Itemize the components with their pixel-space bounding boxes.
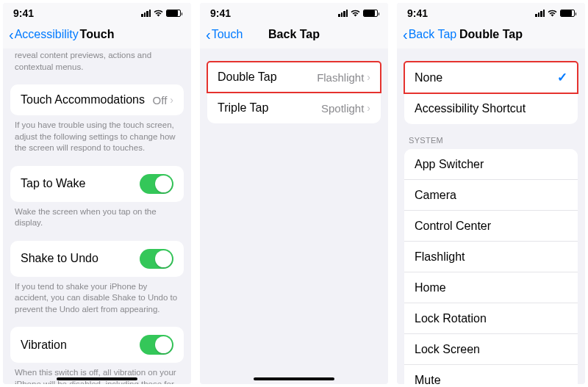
nav-bar: ‹ Accessibility Touch <box>3 21 191 48</box>
back-label: Back Tap <box>409 28 457 41</box>
cell-value: Spotlight› <box>321 102 370 115</box>
wifi-icon <box>350 8 361 19</box>
triple-tap-cell[interactable]: Triple Tap Spotlight› <box>207 93 381 123</box>
partial-footer: reveal content previews, actions and con… <box>3 48 191 73</box>
status-time: 9:41 <box>210 7 231 19</box>
signal-icon <box>141 10 151 17</box>
cell-label: Lock Screen <box>415 343 480 356</box>
content[interactable]: None ✓ Accessibility Shortcut System App… <box>397 48 585 384</box>
cell-label: Accessibility Shortcut <box>415 102 526 115</box>
system-item-cell[interactable]: Mute <box>404 365 578 384</box>
nav-title: Double Tap <box>459 28 523 41</box>
cell-label: Shake to Undo <box>21 252 98 265</box>
chevron-left-icon: ‹ <box>206 27 211 42</box>
cell-label: Control Center <box>415 220 491 233</box>
wifi-icon <box>153 8 164 19</box>
home-indicator[interactable] <box>57 377 137 381</box>
system-item-cell[interactable]: Control Center <box>404 211 578 242</box>
cell-label: Touch Accommodations <box>21 93 145 106</box>
double-tap-highlight: Double Tap Flashlight› <box>207 62 381 93</box>
system-item-cell[interactable]: Flashlight <box>404 242 578 272</box>
status-time: 9:41 <box>13 7 34 19</box>
footer-text: If you tend to shake your iPhone by acci… <box>3 277 191 316</box>
cell-label: Camera <box>415 189 456 202</box>
footer-text: If you have trouble using the touch scre… <box>3 115 191 154</box>
chevron-right-icon: › <box>170 94 173 106</box>
system-item-cell[interactable]: Lock Screen <box>404 334 578 365</box>
system-header: System <box>397 136 585 149</box>
status-time: 9:41 <box>407 7 428 19</box>
chevron-left-icon: ‹ <box>9 27 14 42</box>
back-button[interactable]: ‹ Accessibility <box>9 27 79 42</box>
footer-text: Wake the screen when you tap on the disp… <box>3 202 191 229</box>
vibration-toggle[interactable] <box>140 335 173 355</box>
battery-icon <box>166 10 181 17</box>
nav-title: Back Tap <box>268 28 320 41</box>
back-button[interactable]: ‹ Back Tap <box>403 27 456 42</box>
cell-label: None <box>415 71 442 84</box>
system-item-cell[interactable]: App Switcher <box>404 149 578 180</box>
status-bar: 9:41 <box>397 3 585 21</box>
nav-bar: ‹ Back Tap Double Tap <box>397 21 585 48</box>
chevron-left-icon: ‹ <box>403 27 408 42</box>
cell-label: Mute <box>415 374 441 385</box>
nav-bar: ‹ Touch Back Tap <box>200 21 388 48</box>
footer-text: When this switch is off, all vibration o… <box>3 363 191 384</box>
status-icons <box>535 8 575 19</box>
system-item-cell[interactable]: Home <box>404 272 578 303</box>
double-tap-cell[interactable]: Double Tap Flashlight› <box>207 62 381 93</box>
none-cell[interactable]: None ✓ <box>404 62 578 93</box>
cell-value: Flashlight› <box>317 71 370 84</box>
home-indicator[interactable] <box>254 377 334 381</box>
battery-icon <box>363 10 378 17</box>
system-item-cell[interactable]: Camera <box>404 180 578 211</box>
system-list: App SwitcherCameraControl CenterFlashlig… <box>404 149 578 384</box>
accessibility-shortcut-cell[interactable]: Accessibility Shortcut <box>404 93 578 124</box>
nav-title: Touch <box>80 28 115 41</box>
system-item-cell[interactable]: Lock Rotation <box>404 303 578 334</box>
back-label: Accessibility <box>15 28 79 41</box>
tap-to-wake-toggle[interactable] <box>140 174 173 194</box>
back-label: Touch <box>212 28 243 41</box>
touch-accommodations-cell[interactable]: Touch Accommodations Off› <box>10 84 184 115</box>
chevron-right-icon: › <box>367 71 370 83</box>
signal-icon <box>338 10 348 17</box>
checkmark-icon: ✓ <box>557 70 567 85</box>
signal-icon <box>535 10 545 17</box>
cell-label: App Switcher <box>415 158 484 171</box>
shake-to-undo-toggle[interactable] <box>140 249 173 269</box>
status-icons <box>141 8 181 19</box>
cell-label: Double Tap <box>218 70 277 84</box>
cell-label: Vibration <box>21 339 67 352</box>
cell-label: Tap to Wake <box>21 177 85 190</box>
phone-back-tap: 9:41 ‹ Touch Back Tap Double Tap Flashli… <box>200 3 388 384</box>
status-icons <box>338 8 378 19</box>
status-bar: 9:41 <box>3 3 191 21</box>
cell-label: Triple Tap <box>218 101 268 115</box>
status-bar: 9:41 <box>200 3 388 21</box>
content[interactable]: reveal content previews, actions and con… <box>3 48 191 384</box>
content[interactable]: Double Tap Flashlight› Triple Tap Spotli… <box>200 48 388 384</box>
chevron-right-icon: › <box>367 102 370 114</box>
cell-label: Flashlight <box>415 250 465 264</box>
phone-double-tap: 9:41 ‹ Back Tap Double Tap None ✓ <box>397 3 585 384</box>
back-button[interactable]: ‹ Touch <box>206 27 243 42</box>
none-highlight: None ✓ <box>404 62 578 93</box>
cell-value: Off› <box>153 94 173 106</box>
vibration-cell[interactable]: Vibration <box>10 327 184 363</box>
phone-touch-settings: 9:41 ‹ Accessibility Touch reveal conten… <box>3 3 191 384</box>
battery-icon <box>560 10 575 17</box>
cell-label: Lock Rotation <box>415 312 487 325</box>
tap-to-wake-cell[interactable]: Tap to Wake <box>10 166 184 202</box>
shake-to-undo-cell[interactable]: Shake to Undo <box>10 241 184 277</box>
wifi-icon <box>547 8 558 19</box>
cell-label: Home <box>415 281 446 294</box>
